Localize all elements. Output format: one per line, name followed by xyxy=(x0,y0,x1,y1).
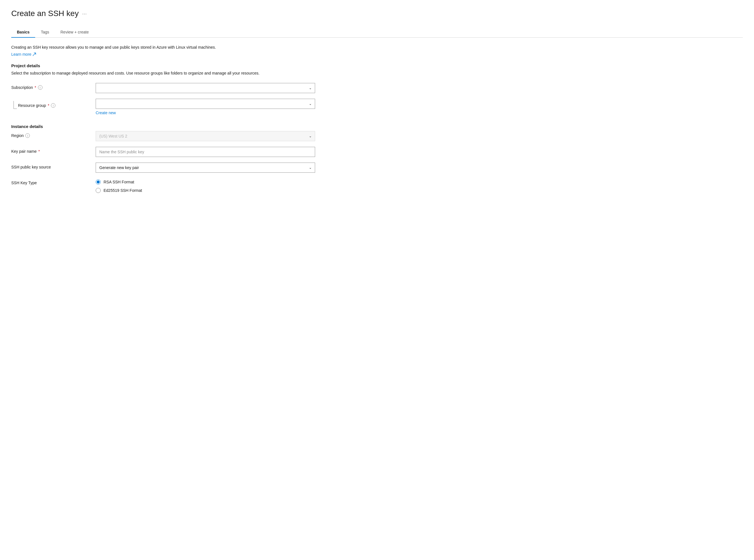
key-pair-name-input[interactable] xyxy=(96,147,315,157)
resource-group-control-col: ⌄ Create new xyxy=(96,99,315,115)
key-pair-name-label: Key pair name xyxy=(11,149,37,154)
ssh-key-type-label: SSH Key Type xyxy=(11,181,37,185)
subscription-select[interactable] xyxy=(96,83,315,93)
tab-bar: Basics Tags Review + create xyxy=(11,27,743,38)
region-label: Region xyxy=(11,133,24,138)
region-info-icon[interactable]: i xyxy=(25,133,30,138)
project-details-description: Select the subscription to manage deploy… xyxy=(11,70,264,76)
resource-group-label-col: Resource group * i xyxy=(11,99,96,108)
region-row: Region i (US) West US 2 ⌄ xyxy=(11,131,321,141)
ssh-key-source-select[interactable]: Generate new key pair Use existing key s… xyxy=(96,163,315,173)
learn-more-label: Learn more xyxy=(11,52,32,57)
ssh-key-source-select-wrapper: Generate new key pair Use existing key s… xyxy=(96,163,315,173)
region-control-col: (US) West US 2 ⌄ xyxy=(96,131,315,141)
external-link-icon xyxy=(33,53,36,56)
region-select-wrapper: (US) West US 2 ⌄ xyxy=(96,131,315,141)
tab-basics[interactable]: Basics xyxy=(11,27,35,38)
create-new-link[interactable]: Create new xyxy=(96,111,116,115)
ssh-key-source-row: SSH public key source Generate new key p… xyxy=(11,163,321,173)
key-pair-name-row: Key pair name * xyxy=(11,147,321,157)
page-title-ellipsis: ··· xyxy=(82,11,87,17)
instance-details-title: Instance details xyxy=(11,124,743,129)
project-details-section: Project details Select the subscription … xyxy=(11,63,743,115)
key-pair-name-required-star: * xyxy=(38,149,40,154)
subscription-control-col: ⌄ xyxy=(96,83,315,93)
radio-rsa-input[interactable] xyxy=(96,179,101,184)
subscription-select-wrapper: ⌄ xyxy=(96,83,315,93)
radio-rsa-label: RSA SSH Format xyxy=(103,180,134,184)
ssh-key-source-control-col: Generate new key pair Use existing key s… xyxy=(96,163,315,173)
page-title-bar: Create an SSH key ··· xyxy=(11,9,743,18)
resource-group-select-wrapper: ⌄ xyxy=(96,99,315,109)
key-pair-name-label-col: Key pair name * xyxy=(11,147,96,154)
learn-more-link[interactable]: Learn more xyxy=(11,52,36,57)
radio-ed25519-label: Ed25519 SSH Format xyxy=(103,188,142,193)
page-title: Create an SSH key xyxy=(11,9,79,18)
subscription-row: Subscription * i ⌄ xyxy=(11,83,321,93)
region-select[interactable]: (US) West US 2 xyxy=(96,131,315,141)
subscription-label-col: Subscription * i xyxy=(11,83,96,90)
key-pair-name-control-col xyxy=(96,147,315,157)
subscription-label: Subscription xyxy=(11,85,33,90)
subscription-required-star: * xyxy=(35,85,36,90)
subscription-info-icon[interactable]: i xyxy=(38,85,42,90)
resource-group-info-icon[interactable]: i xyxy=(51,103,55,108)
resource-group-select[interactable] xyxy=(96,99,315,109)
project-details-title: Project details xyxy=(11,63,743,68)
resource-group-row: Resource group * i ⌄ Create new xyxy=(11,99,321,115)
ssh-key-type-label-col: SSH Key Type xyxy=(11,178,96,185)
ssh-key-type-row: SSH Key Type RSA SSH Format Ed25519 SSH … xyxy=(11,178,321,193)
resource-group-label: Resource group xyxy=(18,103,46,108)
ssh-key-source-label: SSH public key source xyxy=(11,165,51,169)
radio-option-rsa[interactable]: RSA SSH Format xyxy=(96,179,315,184)
radio-ed25519-input[interactable] xyxy=(96,188,101,193)
resource-group-indent: Resource group * i xyxy=(11,101,55,108)
ssh-key-type-control-col: RSA SSH Format Ed25519 SSH Format xyxy=(96,178,315,193)
ssh-key-source-label-col: SSH public key source xyxy=(11,163,96,169)
region-label-col: Region i xyxy=(11,131,96,138)
ssh-key-type-radio-group: RSA SSH Format Ed25519 SSH Format xyxy=(96,178,315,193)
instance-details-section: Instance details Region i (US) West US 2… xyxy=(11,124,743,193)
page-description: Creating an SSH key resource allows you … xyxy=(11,44,264,51)
tab-tags[interactable]: Tags xyxy=(35,27,55,38)
radio-option-ed25519[interactable]: Ed25519 SSH Format xyxy=(96,188,315,193)
resource-group-required-star: * xyxy=(48,103,49,108)
indent-bracket xyxy=(11,101,17,103)
tab-review-create[interactable]: Review + create xyxy=(55,27,95,38)
